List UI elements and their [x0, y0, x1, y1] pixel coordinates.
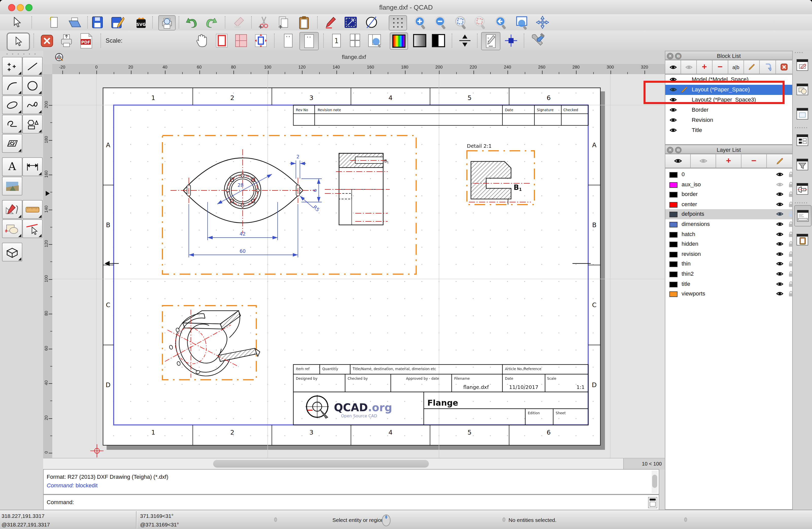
- ellipse-tools-button[interactable]: [2, 96, 22, 114]
- undo-button[interactable]: [184, 16, 199, 29]
- remove-block-button[interactable]: −: [712, 60, 728, 74]
- clipboard-panel-toggle[interactable]: [794, 229, 811, 250]
- zoom-selection-button[interactable]: [473, 16, 488, 30]
- layer-visibility-eye-icon[interactable]: [776, 291, 784, 298]
- edit-layer-button[interactable]: [766, 154, 793, 168]
- copy-button[interactable]: [277, 16, 291, 29]
- text-tools-button[interactable]: A: [2, 157, 22, 176]
- svg-export-button[interactable]: SVG: [134, 16, 148, 29]
- settings-tools-button[interactable]: [529, 32, 547, 49]
- selection-filter-toggle[interactable]: [794, 130, 811, 150]
- redo-button[interactable]: [204, 16, 219, 29]
- layer-lock-icon[interactable]: [788, 211, 793, 218]
- layer-list-item[interactable]: dimensions: [665, 219, 792, 229]
- drawing-canvas[interactable]: 112233445566 AABBCCDD Rev No Revision no…: [52, 74, 665, 458]
- layer-list-item[interactable]: aux_iso: [665, 180, 792, 189]
- portrait-page-button[interactable]: [280, 32, 296, 49]
- zoom-window-button[interactable]: [513, 16, 530, 30]
- layer-lock-icon[interactable]: [788, 231, 793, 238]
- arc-tools-button[interactable]: [2, 76, 22, 95]
- deselect-icon[interactable]: [364, 16, 379, 29]
- filter-funnel-toggle[interactable]: [794, 154, 811, 175]
- block-tools-button[interactable]: [2, 219, 22, 238]
- landscape-page-button[interactable]: [300, 32, 319, 50]
- layer-lock-icon[interactable]: [788, 251, 793, 258]
- polyline-tools-button[interactable]: [2, 115, 22, 133]
- delete-icon[interactable]: [231, 16, 246, 29]
- layer-visibility-eye-icon[interactable]: [776, 261, 784, 268]
- layer-list-item[interactable]: thin2: [665, 269, 792, 279]
- document-tab[interactable]: flange.dxf: [43, 54, 665, 60]
- show-paper-borders-icon[interactable]: [214, 33, 229, 48]
- solid-tools-button[interactable]: [2, 243, 22, 261]
- insert-block-button[interactable]: [759, 60, 776, 74]
- command-line-toggle[interactable]: [794, 205, 812, 226]
- block-list-item[interactable]: Border: [665, 105, 792, 115]
- shape-tools-button[interactable]: [22, 115, 43, 133]
- selection-mode-icon[interactable]: [343, 16, 358, 29]
- property-editor-toggle[interactable]: [794, 55, 811, 75]
- delete-block-button[interactable]: [775, 60, 793, 74]
- hide-all-layers-button[interactable]: [690, 154, 716, 168]
- layer-list-item[interactable]: revision: [665, 249, 792, 259]
- layer-visibility-eye-icon[interactable]: [776, 221, 784, 228]
- block-list-item[interactable]: Title: [665, 125, 792, 135]
- add-viewport-icon[interactable]: [504, 33, 519, 48]
- history-scrollbar[interactable]: [652, 471, 658, 493]
- layer-list-item[interactable]: border: [665, 189, 792, 199]
- print-preview-button[interactable]: [158, 15, 176, 30]
- layer-list-item[interactable]: viewports: [665, 289, 792, 299]
- layer-visibility-eye-icon[interactable]: [776, 271, 784, 278]
- show-all-layers-button[interactable]: [665, 154, 691, 168]
- zoom-to-page-button[interactable]: [366, 32, 384, 49]
- grid-toggle-button[interactable]: [389, 15, 407, 30]
- layer-lock-icon[interactable]: [788, 191, 793, 199]
- layer-visibility-eye-icon[interactable]: [776, 172, 784, 178]
- command-input[interactable]: Command:: [43, 495, 659, 511]
- viewport-edit-button[interactable]: [481, 32, 501, 50]
- pan-button[interactable]: [534, 16, 551, 30]
- layer-list-item[interactable]: thin: [665, 259, 792, 269]
- layer-list-item[interactable]: defpoints: [665, 210, 792, 219]
- edit-tools-button[interactable]: [22, 219, 43, 238]
- layer-list-item[interactable]: hatch: [665, 229, 792, 239]
- layer-visibility-eye-icon[interactable]: [776, 281, 784, 288]
- block-visibility-eye-icon[interactable]: [669, 117, 677, 124]
- block-list-item[interactable]: Revision: [665, 115, 792, 125]
- layer-visibility-eye-icon[interactable]: [776, 212, 784, 218]
- image-tool-button[interactable]: [2, 177, 22, 196]
- layer-lock-icon[interactable]: [788, 171, 793, 179]
- show-all-blocks-button[interactable]: [665, 60, 681, 74]
- save-button[interactable]: [91, 16, 104, 29]
- h-scrollbar-thumb[interactable]: [213, 460, 429, 468]
- block-list-toggle[interactable]: [794, 79, 811, 100]
- zoom-in-button[interactable]: [412, 16, 428, 30]
- pointer-tool-icon[interactable]: [10, 16, 23, 29]
- layer-list-item[interactable]: 0: [665, 170, 792, 180]
- pan-page-hand-icon[interactable]: [194, 33, 209, 48]
- layer-visibility-eye-icon[interactable]: [776, 202, 784, 208]
- title-bar[interactable]: flange.dxf - QCAD: [0, 0, 812, 15]
- edit-block-button[interactable]: [743, 60, 760, 74]
- grayscale-mode-button[interactable]: [411, 32, 428, 49]
- auto-fit-drawing-icon[interactable]: [457, 33, 473, 48]
- layer-list-header[interactable]: ✕ ⧉ Layer List: [665, 145, 793, 154]
- line-tools-button[interactable]: [22, 57, 43, 76]
- add-layer-button[interactable]: +: [715, 154, 741, 168]
- remove-layer-button[interactable]: −: [741, 154, 767, 168]
- auto-zoom-button[interactable]: [453, 16, 468, 30]
- save-as-button[interactable]: [111, 16, 125, 29]
- new-file-button[interactable]: [47, 16, 60, 29]
- layer-list-item[interactable]: center: [665, 200, 792, 210]
- draw-pencil-icon[interactable]: [323, 16, 337, 29]
- circle-tools-button[interactable]: [22, 76, 43, 95]
- spline-tools-button[interactable]: [22, 96, 43, 114]
- single-page-button[interactable]: 1: [329, 33, 344, 48]
- full-color-mode-button[interactable]: [390, 32, 408, 50]
- zoom-out-button[interactable]: [433, 16, 448, 30]
- hatch-tools-button[interactable]: [2, 134, 22, 153]
- command-history[interactable]: Format: R27 (2013) DXF Drawing (Teigha) …: [43, 469, 659, 495]
- close-layout-button[interactable]: [40, 34, 54, 47]
- paste-button[interactable]: [297, 15, 311, 29]
- layer-visibility-eye-icon[interactable]: [776, 191, 784, 198]
